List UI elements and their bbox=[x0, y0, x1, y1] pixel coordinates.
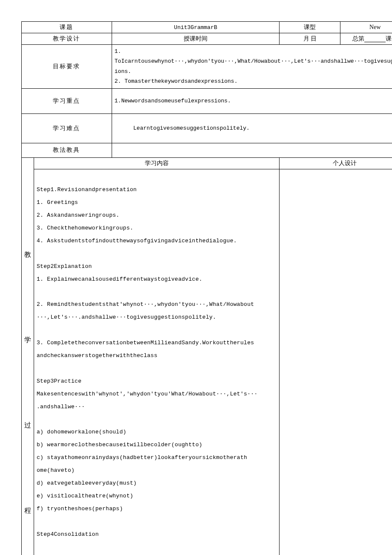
step4-title: Step4Consolidation bbox=[37, 528, 277, 541]
main-content-cell: Step1.Revisionandpresentation 1. Greetin… bbox=[34, 169, 280, 555]
period-blank[interactable] bbox=[364, 36, 386, 42]
step3-intro-a: Makesentenceswith'whynot','whydon'tyou'W… bbox=[37, 388, 277, 401]
step2-item3b: andcheckanswerstogetherwiththeclass bbox=[37, 349, 277, 362]
step1-item2: 2. Askandansweringroups. bbox=[37, 209, 277, 222]
step3-a: a) dohomeworkalone(should) bbox=[37, 426, 277, 439]
step3-e: e) visitlocaltheatre(whynot) bbox=[37, 490, 277, 503]
date-value: 月 日 bbox=[280, 33, 340, 45]
step1-item3: 3. Checkthehomeworkingroups. bbox=[37, 222, 277, 235]
difficulty-content: Learntogivesomesuggestionspolitely. bbox=[112, 113, 392, 143]
content-body-row: Step1.Revisionandpresentation 1. Greetin… bbox=[22, 169, 392, 555]
focus-row: 学习重点 1.Newwordsandsomeusefulexpressions. bbox=[22, 88, 392, 113]
design-label: 教学设计 bbox=[22, 33, 112, 45]
step3-title: Step3Practice bbox=[37, 375, 277, 388]
goals-line3: 2. Tomasterthekeywordsandexpressions. bbox=[115, 76, 392, 86]
step3-b: b) wearmoreclothesbecauseitwillbecolder(… bbox=[37, 439, 277, 451]
unit-value: Unit3GrammarB bbox=[112, 22, 280, 33]
goals-line1: 1. ToIcarntousewhynot···,whydon'tyou···,… bbox=[115, 46, 392, 67]
goals-content: 1. ToIcarntousewhynot···,whydon'tyou···,… bbox=[112, 45, 392, 89]
goals-line2: ions. bbox=[115, 67, 392, 76]
step3-c2: ome(haveto) bbox=[37, 464, 277, 477]
total-period: 总第课时 bbox=[340, 33, 392, 45]
step1-title: Step1.Revisionandpresentation bbox=[37, 183, 277, 196]
column-header-row: 教 学 过 程 学习内容 个人设计 bbox=[22, 157, 392, 169]
step3-c1: c) stayathomeonrainydays(hadbetter)looka… bbox=[37, 451, 277, 464]
type-label: 课型 bbox=[280, 22, 340, 33]
type-value: New bbox=[340, 22, 392, 33]
lesson-plan-table: 课题 Unit3GrammarB 课型 New 教学设计 授课时间 月 日 总第… bbox=[21, 21, 392, 555]
header-row-1: 课题 Unit3GrammarB 课型 New bbox=[22, 22, 392, 33]
total-prefix: 总第 bbox=[352, 35, 364, 42]
step1-item4: 4. Askstudentstofindoutthewaysofgivingad… bbox=[37, 235, 277, 247]
content-column-header: 学习内容 bbox=[34, 157, 280, 169]
design-column-header: 个人设计 bbox=[280, 157, 392, 169]
step2-item2a: 2. Remindthestudentsthat'whynot···,whydo… bbox=[37, 298, 277, 311]
fill-title: 用所给词的适当形式填空。 bbox=[37, 553, 277, 555]
step3-intro-b: .andshallwe··· bbox=[37, 401, 277, 413]
process-vertical-label: 教 学 过 程 bbox=[22, 157, 34, 555]
difficulty-row: 学习难点 Learntogivesomesuggestionspolitely. bbox=[22, 113, 392, 143]
step3-f: f) tryontheshoes(perhaps) bbox=[37, 503, 277, 515]
step3-d: d) eatvegetableeveryday(must) bbox=[37, 477, 277, 490]
step1-item1: 1. Greetings bbox=[37, 196, 277, 209]
method-content bbox=[112, 143, 392, 157]
vert-char-4: 程 bbox=[24, 506, 31, 515]
personal-design-cell bbox=[280, 169, 392, 555]
step2-item2b: ···,Let's···.andshallwe···togivesuggesti… bbox=[37, 311, 277, 324]
total-suffix: 课时 bbox=[386, 35, 392, 42]
topic-label: 课题 bbox=[22, 22, 112, 33]
focus-label: 学习重点 bbox=[22, 88, 112, 113]
time-label: 授课时间 bbox=[112, 33, 280, 45]
difficulty-label: 学习难点 bbox=[22, 113, 112, 143]
goals-row: 目标要求 1. ToIcarntousewhynot···,whydon'tyo… bbox=[22, 45, 392, 89]
vert-char-1: 教 bbox=[24, 250, 31, 259]
vert-char-3: 过 bbox=[24, 421, 31, 430]
vert-char-2: 学 bbox=[24, 336, 31, 345]
step2-title: Step2Explanation bbox=[37, 260, 277, 273]
focus-content: 1.Newwordsandsomeusefulexpressions. bbox=[112, 88, 392, 113]
method-row: 教法教具 bbox=[22, 143, 392, 157]
step2-item3a: 3. CompletetheconversationbetweenMilliea… bbox=[37, 337, 277, 349]
step2-item1: 1. Explainwecanalsousedifferentwaystogiv… bbox=[37, 273, 277, 286]
method-label: 教法教具 bbox=[22, 143, 112, 157]
header-row-2: 教学设计 授课时间 月 日 总第课时 bbox=[22, 33, 392, 45]
goals-label: 目标要求 bbox=[22, 45, 112, 89]
